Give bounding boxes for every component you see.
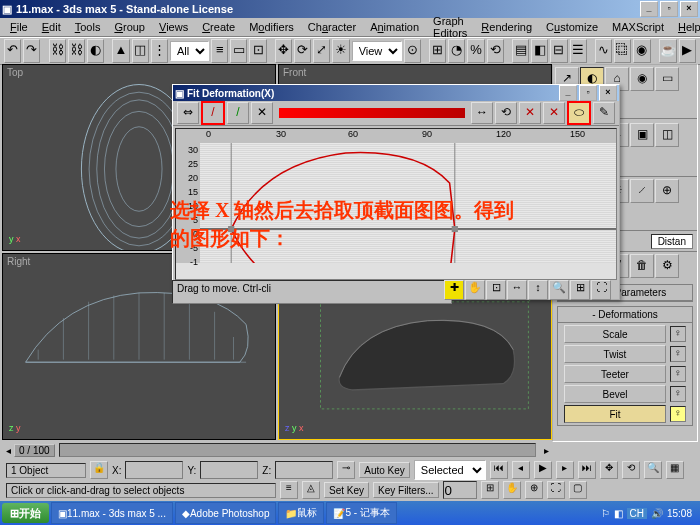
subobj-4-icon[interactable]: ⟋ [630, 179, 654, 203]
pick-shape-button[interactable]: ⬭ [567, 101, 591, 125]
generate-path-button[interactable]: ✎ [593, 102, 615, 124]
lang-indicator[interactable]: CH [627, 508, 647, 519]
remove-mod-icon[interactable]: 🗑 [630, 254, 654, 278]
nav-pan-icon[interactable]: ✥ [600, 461, 618, 479]
menu-group[interactable]: Group [108, 20, 151, 34]
motion-tab-icon[interactable]: ◉ [630, 67, 654, 91]
helpers-icon[interactable]: ◫ [655, 123, 679, 147]
menu-animation[interactable]: Animation [364, 20, 425, 34]
task-button[interactable]: 📁 鼠标 [278, 502, 324, 524]
bind-button[interactable]: ◐ [87, 39, 104, 63]
pivot-button[interactable]: ⊙ [404, 39, 421, 63]
rotate-button[interactable]: ⟳ [294, 39, 311, 63]
float-minimize-button[interactable]: _ [559, 85, 577, 101]
scale-button[interactable]: ⤢ [313, 39, 330, 63]
nav-2-icon[interactable]: ⊕ [525, 481, 543, 499]
nav-fov-icon[interactable]: ▦ [666, 461, 684, 479]
bulb-icon[interactable]: ♀ [670, 326, 686, 342]
nav-1-icon[interactable]: ✋ [503, 481, 521, 499]
teeter-deform-button[interactable]: Teeter [564, 365, 666, 383]
menu-file[interactable]: File [4, 20, 34, 34]
zoom-region-button[interactable]: ⊞ [570, 280, 590, 300]
select-filter-button[interactable]: ⋮ [151, 39, 168, 63]
layers-button[interactable]: ☰ [570, 39, 587, 63]
nav-4-icon[interactable]: ▢ [569, 481, 587, 499]
task-button[interactable]: ◆ Adobe Photoshop [175, 502, 277, 524]
menu-maxscript[interactable]: MAXScript [606, 20, 670, 34]
float-maximize-button[interactable]: ▫ [579, 85, 597, 101]
quick-render-button[interactable]: ▶ [679, 39, 696, 63]
menu-edit[interactable]: Edit [36, 20, 67, 34]
start-button[interactable]: ⊞ 开始 [2, 503, 49, 523]
menu-grapheditors[interactable]: Graph Editors [427, 14, 473, 40]
render-scene-button[interactable]: ☕ [659, 39, 677, 63]
zoom-fit-button[interactable]: ⛶ [591, 280, 611, 300]
window-crossing-button[interactable]: ⊡ [249, 39, 266, 63]
mirror-v-button[interactable]: ⟲ [495, 102, 517, 124]
y-coord-input[interactable] [200, 461, 258, 479]
select-region-button[interactable]: ◫ [132, 39, 149, 63]
setkey-button[interactable]: Set Key [324, 482, 369, 498]
play-button[interactable]: ▶ [534, 461, 552, 479]
time-config-button[interactable]: ⊞ [481, 481, 499, 499]
next-key-icon[interactable]: ▸ [540, 445, 552, 456]
comm-icon[interactable]: ◬ [302, 481, 320, 499]
configure-icon[interactable]: ⚙ [655, 254, 679, 278]
angle-snap-toggle[interactable]: ◔ [448, 39, 465, 63]
schematic-view-button[interactable]: ⿻ [614, 39, 631, 63]
menu-views[interactable]: Views [153, 20, 194, 34]
goto-end-button[interactable]: ⏭ [578, 461, 596, 479]
xy-axis-button[interactable]: ✕ [251, 102, 273, 124]
menu-modifiers[interactable]: Modifiers [243, 20, 300, 34]
float-titlebar[interactable]: ▣ Fit Deformation(X) _ ▫ × [173, 85, 619, 101]
float-close-button[interactable]: × [599, 85, 617, 101]
percent-snap-toggle[interactable]: % [467, 39, 484, 63]
delete-point-button[interactable]: ✕ [519, 102, 541, 124]
insert-point-button[interactable]: ✚ [444, 280, 464, 300]
mirror-h-button[interactable]: ↔ [471, 102, 493, 124]
menu-create[interactable]: Create [196, 20, 241, 34]
pan-button[interactable]: ✋ [465, 280, 485, 300]
select-button[interactable]: ▲ [112, 39, 129, 63]
bevel-deform-button[interactable]: Bevel [564, 385, 666, 403]
restore-button[interactable]: ▫ [660, 1, 678, 17]
spinner-snap-toggle[interactable]: ⟲ [487, 39, 504, 63]
bulb-icon[interactable]: ♀ [670, 366, 686, 382]
menu-character[interactable]: Character [302, 20, 362, 34]
select-by-name-button[interactable]: ≡ [211, 39, 228, 63]
zoom-extents-button[interactable]: ⊡ [486, 280, 506, 300]
task-button[interactable]: 📝 5 - 记事本 [326, 502, 396, 524]
material-editor-button[interactable]: ◉ [633, 39, 650, 63]
close-button[interactable]: × [680, 1, 698, 17]
lock-icon[interactable]: 🔒 [90, 461, 108, 479]
tray-icon[interactable]: 🔊 [651, 508, 663, 519]
undo-button[interactable]: ↶ [4, 39, 21, 63]
prev-frame-button[interactable]: ◂ [512, 461, 530, 479]
tray-icon[interactable]: ◧ [614, 508, 623, 519]
time-slider[interactable] [59, 443, 536, 457]
subobj-5-icon[interactable]: ⊕ [655, 179, 679, 203]
y-axis-button[interactable]: / [227, 102, 249, 124]
bulb-icon[interactable]: ♀ [670, 346, 686, 362]
bulb-icon[interactable]: ♀ [670, 406, 686, 422]
coord-system-dropdown[interactable]: View [352, 41, 402, 61]
nav-zoom-icon[interactable]: 🔍 [644, 461, 662, 479]
curve-editor-button[interactable]: ∿ [595, 39, 612, 63]
zoom-v-button[interactable]: ↕ [528, 280, 548, 300]
object-name-field[interactable]: Distan [651, 234, 693, 249]
minimize-button[interactable]: _ [640, 1, 658, 17]
symmetry-toggle[interactable]: ⇔ [177, 102, 199, 124]
nav-arc-icon[interactable]: ⟲ [622, 461, 640, 479]
align-button[interactable]: ⊟ [550, 39, 567, 63]
move-button[interactable]: ✥ [275, 39, 292, 63]
display-tab-icon[interactable]: ▭ [655, 67, 679, 91]
tray-icon[interactable]: ⚐ [601, 508, 610, 519]
deformations-rollout-header[interactable]: Deformations [558, 307, 692, 323]
menu-customize[interactable]: Customize [540, 20, 604, 34]
bulb-icon[interactable]: ♀ [670, 386, 686, 402]
named-selset-button[interactable]: ▤ [512, 39, 529, 63]
z-coord-input[interactable] [275, 461, 333, 479]
zoom-h-button[interactable]: ↔ [507, 280, 527, 300]
reset-button[interactable]: ✕ [543, 102, 565, 124]
zoom-button[interactable]: 🔍 [549, 280, 569, 300]
